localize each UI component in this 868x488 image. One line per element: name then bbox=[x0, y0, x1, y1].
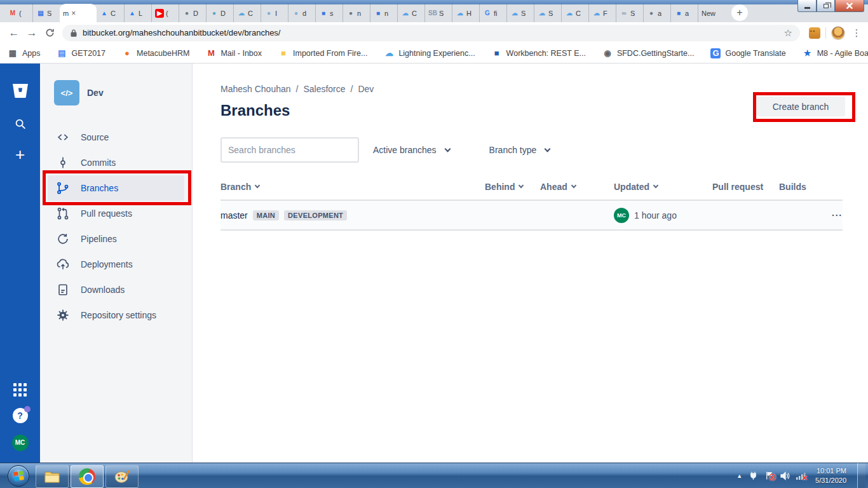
browser-tab[interactable]: ☁ C bbox=[233, 4, 261, 22]
tab-title: ( bbox=[19, 10, 22, 17]
sidebar-item-source[interactable]: Source bbox=[48, 125, 184, 150]
breadcrumb-project[interactable]: Salesforce bbox=[303, 84, 345, 94]
tab-title: S bbox=[630, 10, 635, 17]
sidebar-item-pull-requests[interactable]: Pull requests bbox=[48, 201, 184, 226]
alert-badge-icon: ⓧ bbox=[769, 473, 776, 482]
browser-tab[interactable]: ☁ S bbox=[506, 4, 534, 22]
tab-favicon-icon: ■ bbox=[319, 9, 328, 18]
bookmark-item[interactable]: M Mail - Inbox bbox=[206, 48, 262, 58]
branch-type-dropdown[interactable]: Branch type bbox=[489, 145, 550, 155]
browser-tab[interactable]: ● d bbox=[288, 4, 315, 22]
browser-tab[interactable]: ● I bbox=[261, 4, 288, 22]
tab-strip: M ( ▤ S m × ▲ C ▲ bbox=[5, 4, 748, 22]
search-icon[interactable] bbox=[13, 117, 27, 131]
taskbar-paint-button[interactable] bbox=[105, 465, 139, 488]
column-header-updated[interactable]: Updated bbox=[614, 182, 712, 192]
new-tab-button[interactable]: + bbox=[731, 4, 748, 21]
tab-title: S bbox=[548, 10, 553, 17]
browser-tab[interactable]: ■ a bbox=[670, 4, 698, 22]
tab-favicon-icon: ■ bbox=[374, 9, 383, 18]
bookmark-item[interactable]: ■ Workbench: REST E... bbox=[492, 48, 586, 58]
tab-close-icon[interactable]: × bbox=[71, 9, 76, 18]
back-icon[interactable]: ← bbox=[5, 24, 23, 42]
bookmark-item[interactable]: ▤ GET2017 bbox=[57, 48, 106, 58]
network-icon[interactable]: ✕ bbox=[796, 471, 806, 481]
help-icon[interactable]: ? bbox=[13, 408, 28, 423]
browser-tab[interactable]: ☁ S bbox=[534, 4, 561, 22]
bookmark-item[interactable]: ▦ Apps bbox=[8, 48, 41, 58]
column-header-branch[interactable]: Branch bbox=[220, 182, 485, 192]
user-avatar[interactable]: MC bbox=[12, 435, 29, 451]
window-restore-button[interactable] bbox=[817, 0, 835, 12]
browser-tab[interactable]: ∞ S bbox=[616, 4, 643, 22]
window-close-button[interactable]: ✕ bbox=[835, 0, 864, 12]
browser-tab[interactable]: New bbox=[698, 4, 725, 22]
breadcrumb-repo[interactable]: Dev bbox=[358, 84, 374, 94]
create-plus-icon[interactable]: + bbox=[15, 147, 25, 161]
browser-tab[interactable]: ▲ L bbox=[124, 4, 151, 22]
reload-icon[interactable] bbox=[41, 24, 58, 42]
url-text[interactable]: bitbucket.org/maheshchouhanbitbucket/dev… bbox=[83, 28, 779, 37]
row-actions-menu-icon[interactable]: ··· bbox=[821, 210, 843, 220]
sidebar-item-repository-settings[interactable]: Repository settings bbox=[48, 302, 184, 328]
bookmark-item[interactable]: ● MetacubeHRM bbox=[122, 48, 189, 58]
action-center-flag-icon[interactable]: ⓧ bbox=[764, 471, 774, 481]
extension-icon[interactable] bbox=[809, 27, 820, 39]
start-button[interactable] bbox=[8, 465, 29, 487]
window-minimize-button[interactable] bbox=[797, 0, 817, 12]
taskbar-chrome-button[interactable] bbox=[71, 465, 104, 488]
bookmark-item[interactable]: ☁ Lightning Experienc... bbox=[384, 48, 475, 58]
create-branch-button[interactable]: Create branch bbox=[756, 97, 845, 116]
active-branches-dropdown[interactable]: Active branches bbox=[373, 145, 450, 155]
repo-header[interactable]: </> Dev bbox=[40, 80, 192, 105]
taskbar-explorer-button[interactable] bbox=[36, 465, 69, 488]
sidebar-item-branches[interactable]: Branches bbox=[48, 175, 184, 201]
branches-table: Branch Behind Ahead Updated Pull request bbox=[220, 182, 843, 231]
browser-tab[interactable]: m × bbox=[60, 4, 97, 22]
sidebar-item-pipelines[interactable]: Pipelines bbox=[48, 226, 184, 252]
profile-avatar[interactable] bbox=[831, 26, 845, 40]
sidebar-item-deployments[interactable]: Deployments bbox=[48, 252, 184, 277]
taskbar-clock[interactable]: 10:01 PM 5/31/2020 bbox=[815, 466, 846, 485]
browser-tab[interactable]: ● D bbox=[179, 4, 206, 22]
address-bar[interactable]: bitbucket.org/maheshchouhanbitbucket/dev… bbox=[62, 25, 800, 41]
bookmark-item[interactable]: ★ M8 - Agile Board -... bbox=[803, 48, 868, 58]
app-switcher-icon[interactable] bbox=[13, 383, 27, 396]
column-header-behind[interactable]: Behind bbox=[485, 182, 540, 192]
bookmark-item[interactable]: ◉ SFDC.GettingStarte... bbox=[602, 48, 695, 58]
browser-tab[interactable]: ▤ S bbox=[32, 4, 60, 22]
bitbucket-logo-icon[interactable] bbox=[10, 80, 31, 100]
forward-icon[interactable]: → bbox=[23, 24, 41, 42]
updated-time: 1 hour ago bbox=[634, 210, 677, 220]
browser-tab[interactable]: ■ s bbox=[315, 4, 342, 22]
browser-tab[interactable]: ☁ F bbox=[588, 4, 616, 22]
browser-tab[interactable]: M ( bbox=[5, 4, 32, 22]
power-plug-icon[interactable] bbox=[748, 471, 758, 481]
tab-favicon-icon: ● bbox=[210, 9, 219, 18]
tray-expand-icon[interactable]: ▲ bbox=[736, 473, 742, 479]
tab-title: a bbox=[658, 10, 661, 17]
show-desktop-button[interactable] bbox=[857, 463, 865, 488]
column-header-ahead[interactable]: Ahead bbox=[540, 182, 614, 192]
breadcrumb-user[interactable]: Mahesh Chouhan bbox=[220, 84, 291, 94]
browser-tab[interactable]: ● D bbox=[206, 4, 233, 22]
browser-tab[interactable]: ■ n bbox=[370, 4, 397, 22]
branch-name-link[interactable]: master bbox=[220, 210, 248, 220]
search-branches-input[interactable] bbox=[220, 137, 359, 163]
sidebar-item-downloads[interactable]: Downloads bbox=[48, 277, 184, 302]
browser-tab[interactable]: ● a bbox=[643, 4, 670, 22]
browser-tab[interactable]: ● n bbox=[342, 4, 370, 22]
bookmark-star-icon[interactable]: ☆ bbox=[784, 27, 792, 39]
browser-tab[interactable]: SB S bbox=[424, 4, 452, 22]
browser-menu-icon[interactable]: ⋮ bbox=[850, 27, 863, 39]
sidebar-item-commits[interactable]: Commits bbox=[48, 150, 184, 175]
browser-tab[interactable]: ▲ C bbox=[97, 4, 124, 22]
bookmark-item[interactable]: ■ Imported From Fire... bbox=[278, 48, 367, 58]
browser-tab[interactable]: G fi bbox=[479, 4, 506, 22]
bookmark-item[interactable]: G Google Translate bbox=[710, 48, 785, 58]
browser-tab[interactable]: ▶ ( bbox=[151, 4, 179, 22]
browser-tab[interactable]: ☁ C bbox=[561, 4, 588, 22]
browser-tab[interactable]: ☁ H bbox=[452, 4, 479, 22]
browser-tab[interactable]: ☁ C bbox=[397, 4, 424, 22]
volume-icon[interactable] bbox=[780, 471, 790, 481]
